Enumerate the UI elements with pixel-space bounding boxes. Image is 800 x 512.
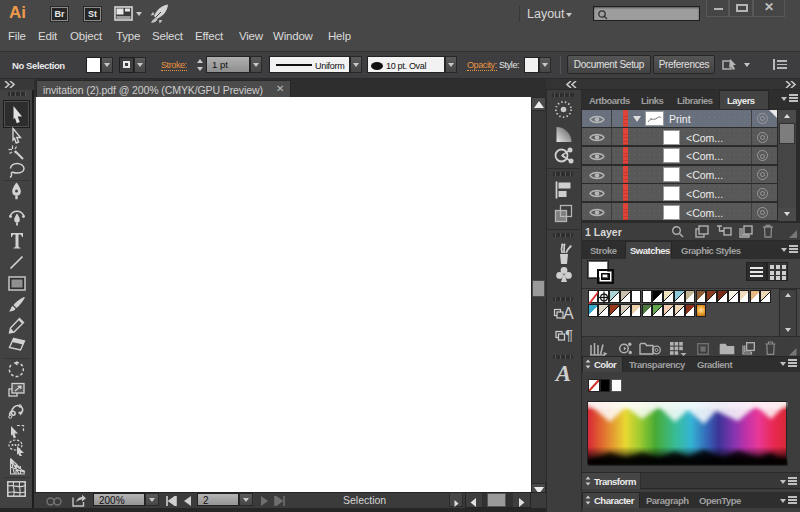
- svg-text:¶: ¶: [565, 326, 573, 343]
- svg-text:A: A: [563, 305, 574, 322]
